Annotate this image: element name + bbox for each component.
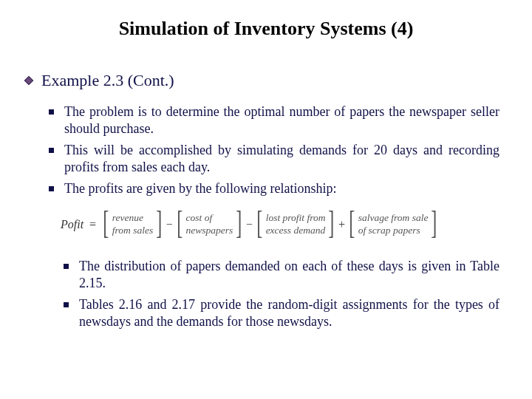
list-item: The profits are given by the following r… [49,180,499,197]
bracket-right-icon: ] [236,208,242,242]
bullet-list-lower: The distribution of papers demanded on e… [64,258,499,330]
equals-sign: = [89,218,96,231]
bracket-left-icon: [ [349,208,355,242]
formula-term: [ cost of newspapers ] [174,208,245,242]
diamond-icon [24,75,34,86]
term-text: salvage from sale of scrap papers [358,208,429,242]
term-text: cost of newspapers [185,208,234,242]
profit-formula: Pofit = [ revenue from sales ] − [ cost … [61,208,499,242]
minus-icon: − [166,218,173,231]
bracket-left-icon: [ [256,208,262,242]
square-icon [64,264,69,269]
list-item: Tables 2.16 and 2.17 provide the random-… [64,296,499,330]
bracket-right-icon: ] [329,208,335,242]
plus-icon: + [338,218,345,231]
term-text: revenue from sales [112,208,154,242]
term-text: lost profit from excess demand [265,208,327,242]
square-icon [49,148,54,153]
formula-lhs: Pofit [61,218,83,231]
bracket-left-icon: [ [103,208,109,242]
example-heading: Example 2.3 (Cont.) [41,71,174,90]
bracket-left-icon: [ [177,208,183,242]
square-icon [49,186,54,191]
bracket-right-icon: ] [432,208,437,242]
svg-rect-0 [24,76,33,84]
list-item: The distribution of papers demanded on e… [64,258,499,292]
formula-term: [ lost profit from excess demand ] [254,208,337,242]
square-icon [49,109,54,115]
page-title: Simulation of Inventory Systems (4) [33,18,499,40]
bullet-list-upper: The problem is to determine the optimal … [49,103,499,197]
formula-term: [ salvage from sale of scrap papers ] [347,208,440,242]
bullet-text: This will be accomplished by simulating … [64,142,499,176]
bullet-text: The distribution of papers demanded on e… [79,258,499,292]
minus-icon: − [246,218,253,231]
bullet-text: Tables 2.16 and 2.17 provide the random-… [79,296,499,330]
example-heading-row: Example 2.3 (Cont.) [24,71,499,90]
bracket-right-icon: ] [156,208,162,242]
square-icon [64,302,69,307]
list-item: This will be accomplished by simulating … [49,142,499,176]
bullet-text: The profits are given by the following r… [64,180,336,197]
formula-term: [ revenue from sales ] [100,208,165,242]
bullet-text: The problem is to determine the optimal … [64,103,499,137]
list-item: The problem is to determine the optimal … [49,103,499,137]
